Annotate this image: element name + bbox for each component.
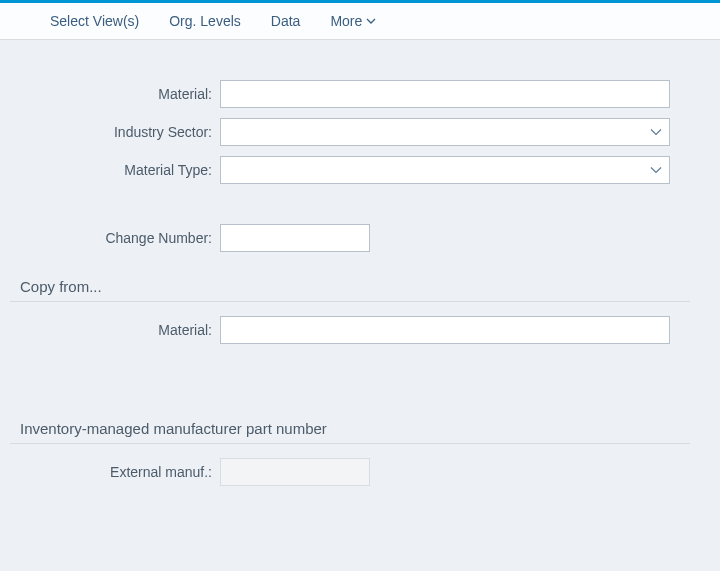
select-views-label: Select View(s): [50, 13, 139, 29]
material-row: Material:: [10, 80, 690, 108]
main-content: Material: Industry Sector: Material Type…: [0, 40, 720, 486]
material-type-select-wrap: [220, 156, 670, 184]
toolbar: Select View(s) Org. Levels Data More: [0, 3, 720, 40]
industry-sector-select[interactable]: [220, 118, 670, 146]
copy-from-title: Copy from...: [10, 272, 690, 302]
more-label: More: [330, 13, 362, 29]
spacer: [10, 354, 690, 394]
industry-sector-row: Industry Sector:: [10, 118, 690, 146]
material-label: Material:: [10, 86, 220, 102]
copy-from-material-label: Material:: [10, 322, 220, 338]
industry-sector-select-wrap: [220, 118, 670, 146]
org-levels-label: Org. Levels: [169, 13, 241, 29]
material-type-select[interactable]: [220, 156, 670, 184]
copy-from-material-input[interactable]: [220, 316, 670, 344]
copy-from-material-row: Material:: [10, 316, 690, 344]
change-number-input[interactable]: [220, 224, 370, 252]
change-number-label: Change Number:: [10, 230, 220, 246]
spacer: [10, 194, 690, 224]
industry-sector-label: Industry Sector:: [10, 124, 220, 140]
change-number-row: Change Number:: [10, 224, 690, 252]
external-manuf-label: External manuf.:: [10, 464, 220, 480]
inventory-title: Inventory-managed manufacturer part numb…: [10, 414, 690, 444]
more-button[interactable]: More: [330, 13, 376, 29]
select-views-button[interactable]: Select View(s): [50, 13, 139, 29]
material-type-row: Material Type:: [10, 156, 690, 184]
material-type-label: Material Type:: [10, 162, 220, 178]
material-input[interactable]: [220, 80, 670, 108]
data-button[interactable]: Data: [271, 13, 301, 29]
external-manuf-input[interactable]: [220, 458, 370, 486]
org-levels-button[interactable]: Org. Levels: [169, 13, 241, 29]
external-manuf-row: External manuf.:: [10, 458, 690, 486]
chevron-down-icon: [366, 18, 376, 24]
data-label: Data: [271, 13, 301, 29]
